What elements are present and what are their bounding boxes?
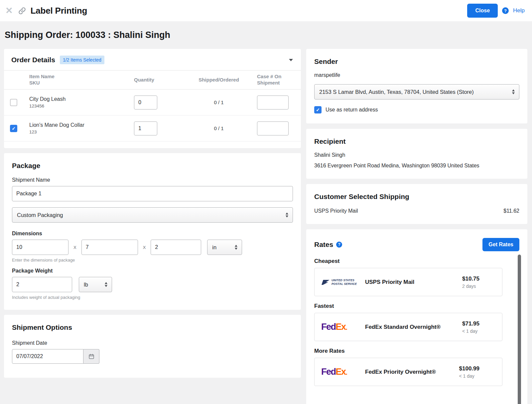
dimension-unit-select[interactable]: in bbox=[207, 240, 242, 255]
rate-time: < 1 day bbox=[462, 328, 479, 334]
packaging-select-value: Custom Packaging bbox=[17, 212, 63, 218]
rate-group-label: Cheapest bbox=[314, 258, 519, 265]
select-arrows-icon bbox=[235, 245, 237, 250]
column-quantity: Quantity bbox=[134, 77, 181, 83]
weight-input[interactable] bbox=[12, 277, 72, 292]
rates-scrollbar[interactable] bbox=[518, 255, 521, 404]
return-address-checkbox[interactable]: ✓ bbox=[314, 106, 322, 113]
rate-name: FedEx Priority Overnight® bbox=[365, 369, 436, 375]
item-sku: 123456 bbox=[29, 103, 134, 108]
recipient-card: Recipient Shalini Singh 3616 Evergreen P… bbox=[306, 129, 527, 179]
rate-name: FedEx Standard Overnight® bbox=[365, 324, 441, 330]
shipment-name-input[interactable] bbox=[12, 186, 293, 201]
fedex-logo: FedEx. bbox=[321, 322, 347, 332]
rate-time: < 1 day bbox=[459, 373, 479, 379]
shipped-ordered-value: 0 / 1 bbox=[214, 100, 223, 105]
dimensions-label: Dimensions bbox=[12, 231, 293, 237]
column-item-name: Item Name bbox=[29, 74, 134, 80]
shipment-date-input[interactable] bbox=[12, 349, 83, 364]
main-content: Shipping Order: 100033 : Shalini Singh O… bbox=[0, 30, 532, 404]
recipient-title: Recipient bbox=[314, 137, 519, 145]
weight-unit-value: lb bbox=[84, 282, 88, 288]
select-arrows-icon bbox=[105, 282, 107, 287]
package-weight-label: Package Weight bbox=[12, 268, 293, 274]
item-sku: 123 bbox=[29, 129, 134, 134]
return-address-label: Use as return address bbox=[326, 107, 378, 113]
topbar: ✕ Label Printing Close ? Help bbox=[0, 0, 532, 21]
dimension-separator: X bbox=[73, 245, 76, 250]
usps-logo: UNITED STATES POSTAL SERVICE bbox=[321, 279, 357, 286]
calendar-icon bbox=[88, 353, 94, 359]
order-details-card: Order Details 1/2 Items Selected Item Na… bbox=[4, 49, 301, 148]
dimension-height-input[interactable] bbox=[151, 240, 201, 255]
select-arrows-icon bbox=[512, 90, 515, 95]
package-title: Package bbox=[12, 162, 293, 170]
column-shipped-ordered: Shipped/Ordered bbox=[181, 77, 257, 83]
order-table-header: Item Name SKU Quantity Shipped/Ordered C… bbox=[4, 70, 301, 90]
app-title: Label Printing bbox=[31, 6, 87, 16]
table-row: ✓ Lion's Mane Dog Collar 123 0 / 1 bbox=[4, 115, 301, 141]
rate-price: $71.95 bbox=[462, 320, 479, 327]
customer-shipping-card: Customer Selected Shipping USPS Priority… bbox=[306, 184, 527, 224]
rate-option-fedex-standard-overnight[interactable]: FedEx. FedEx Standard Overnight® $71.95 … bbox=[314, 313, 502, 341]
item-name: Lion's Mane Dog Collar bbox=[29, 122, 134, 128]
rate-price: $10.75 bbox=[462, 276, 479, 282]
sender-account: marspetlife bbox=[314, 72, 519, 78]
rate-group-label: More Rates bbox=[314, 348, 519, 354]
weight-help-text: Includes weight of actual packaging bbox=[12, 295, 293, 300]
close-button[interactable]: Close bbox=[467, 4, 498, 18]
case-number-input[interactable] bbox=[257, 96, 289, 109]
recipient-address: 3616 Evergreen Point Road Medina, Washin… bbox=[314, 163, 519, 169]
help-icon[interactable]: ? bbox=[502, 7, 509, 14]
fedex-logo: FedEx. bbox=[321, 367, 347, 377]
chevron-down-icon[interactable] bbox=[289, 59, 293, 61]
shipment-name-label: Shipment Name bbox=[12, 177, 293, 183]
calendar-button[interactable] bbox=[83, 349, 99, 364]
dimensions-help-text: Enter the dimensions of package bbox=[12, 258, 293, 263]
get-rates-button[interactable]: Get Rates bbox=[482, 238, 519, 251]
column-case-number: Case # On Shipment bbox=[257, 74, 293, 86]
quantity-input[interactable] bbox=[134, 121, 157, 135]
shipping-order-heading: Shipping Order: 100033 : Shalini Singh bbox=[5, 30, 527, 40]
dimension-width-input[interactable] bbox=[81, 240, 138, 255]
rate-option-usps-priority[interactable]: UNITED STATES POSTAL SERVICE USPS Priori… bbox=[314, 268, 502, 296]
rate-name: USPS Priority Mail bbox=[365, 279, 414, 286]
customer-shipping-method: USPS Priority Mail bbox=[314, 208, 358, 214]
help-link[interactable]: Help bbox=[513, 7, 525, 14]
shipped-ordered-value: 0 / 1 bbox=[214, 125, 223, 131]
shipment-date-label: Shipment Date bbox=[12, 340, 293, 346]
shipment-options-card: Shipment Options Shipment Date bbox=[4, 315, 301, 378]
rates-card: Rates ? Get Rates Cheapest UN bbox=[306, 229, 527, 404]
rates-help-icon[interactable]: ? bbox=[336, 242, 342, 248]
recipient-name: Shalini Singh bbox=[314, 152, 519, 158]
customer-shipping-title: Customer Selected Shipping bbox=[314, 193, 519, 201]
packaging-select[interactable]: Custom Packaging bbox=[12, 207, 293, 223]
shipment-options-title: Shipment Options bbox=[12, 323, 293, 331]
case-number-input[interactable] bbox=[257, 121, 289, 135]
sender-title: Sender bbox=[314, 58, 519, 66]
link-icon[interactable] bbox=[18, 7, 26, 15]
quantity-input[interactable] bbox=[134, 96, 157, 109]
dimension-length-input[interactable] bbox=[12, 240, 68, 255]
rate-option-fedex-priority-overnight[interactable]: FedEx. FedEx Priority Overnight® $100.99… bbox=[314, 358, 502, 386]
rate-group-label: Fastest bbox=[314, 303, 519, 309]
usps-eagle-icon bbox=[321, 279, 330, 285]
package-card: Package Shipment Name Custom Packaging D… bbox=[4, 153, 301, 310]
items-selected-badge: 1/2 Items Selected bbox=[60, 56, 104, 64]
item-checkbox[interactable]: ✓ bbox=[10, 125, 17, 132]
sender-address-value: 2153 S Lamar Blvd, Austin, Texas, 78704,… bbox=[319, 89, 474, 95]
item-checkbox[interactable] bbox=[10, 99, 17, 106]
rate-price: $100.99 bbox=[459, 365, 479, 372]
weight-unit-select[interactable]: lb bbox=[79, 277, 112, 292]
sender-card: Sender marspetlife 2153 S Lamar Blvd, Au… bbox=[306, 49, 527, 123]
sender-address-select[interactable]: 2153 S Lamar Blvd, Austin, Texas, 78704,… bbox=[314, 84, 519, 100]
select-arrows-icon bbox=[286, 213, 288, 218]
rate-time: 2 days bbox=[462, 284, 479, 289]
rates-title: Rates bbox=[314, 241, 333, 249]
dimension-separator: X bbox=[143, 245, 146, 250]
dimension-unit-value: in bbox=[212, 244, 216, 251]
order-details-title: Order Details bbox=[11, 56, 55, 64]
close-icon[interactable]: ✕ bbox=[5, 6, 13, 15]
column-sku: SKU bbox=[29, 80, 134, 86]
customer-shipping-price: $11.62 bbox=[503, 208, 519, 214]
